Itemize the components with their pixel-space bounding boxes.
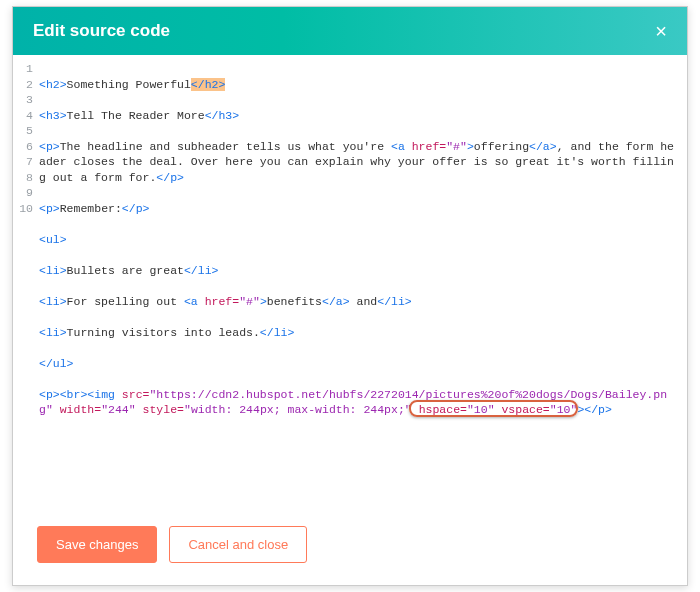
code-line[interactable]: <p>The headline and subheader tells us w…	[39, 139, 677, 186]
modal-footer: Save changes Cancel and close	[13, 510, 687, 585]
modal-title: Edit source code	[33, 21, 170, 41]
code-content[interactable]: <h2>Something Powerful</h2> <h3>Tell The…	[39, 61, 687, 510]
code-line[interactable]: <li>Turning visitors into leads.</li>	[39, 325, 677, 341]
code-line[interactable]: <p>Remember:</p>	[39, 201, 677, 217]
code-line[interactable]: <li>For spelling out <a href="#">benefit…	[39, 294, 677, 310]
code-line[interactable]: </ul>	[39, 356, 677, 372]
code-line[interactable]: <p><br><img src="https://cdn2.hubspot.ne…	[39, 387, 677, 418]
modal-header: Edit source code ×	[13, 7, 687, 55]
code-editor[interactable]: 1 2 3 4 5 6 7 8 9 10 <h2>Something Power…	[13, 55, 687, 510]
selection-highlight: </h2>	[191, 78, 226, 91]
close-icon[interactable]: ×	[655, 21, 667, 41]
code-line[interactable]: <h2>Something Powerful</h2>	[39, 77, 677, 93]
edit-source-modal: Edit source code × 1 2 3 4 5 6 7 8 9 10 …	[12, 6, 688, 586]
code-line[interactable]: <li>Bullets are great</li>	[39, 263, 677, 279]
save-button[interactable]: Save changes	[37, 526, 157, 563]
cancel-button[interactable]: Cancel and close	[169, 526, 307, 563]
line-number-gutter: 1 2 3 4 5 6 7 8 9 10	[13, 61, 39, 510]
code-line[interactable]: <ul>	[39, 232, 677, 248]
code-line[interactable]: <h3>Tell The Reader More</h3>	[39, 108, 677, 124]
